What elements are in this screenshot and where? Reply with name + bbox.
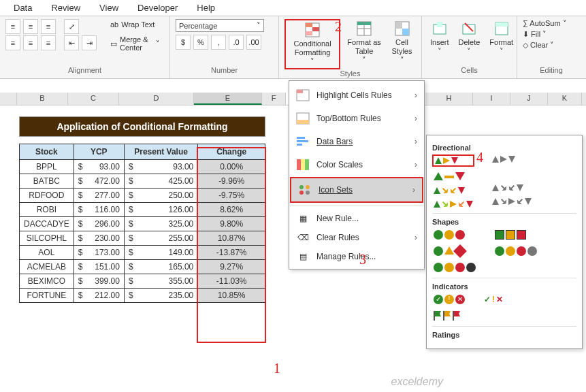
- cell-ycp: $472.00: [74, 174, 124, 189]
- tab-help[interactable]: Help: [197, 3, 215, 13]
- section-ratings: Ratings: [432, 331, 576, 339]
- format-as-table-button[interactable]: Format as Table ˅: [344, 19, 384, 67]
- iconset-3-arrows-colored[interactable]: [432, 154, 474, 167]
- menu-new-rule[interactable]: ▦New Rule...: [289, 209, 424, 228]
- col-d[interactable]: D: [119, 93, 194, 105]
- indent-inc-icon[interactable]: ⇥: [82, 35, 97, 50]
- table-row[interactable]: BPPL$93.00$93.000.00%: [20, 160, 265, 174]
- iconset-4-arrows-colored[interactable]: [432, 186, 474, 195]
- cell-styles-button[interactable]: Cell Styles ˅: [388, 19, 416, 67]
- manage-rules-icon: ▤: [296, 250, 310, 263]
- table-row[interactable]: AOL$173.00$149.00-13.87%: [20, 246, 265, 260]
- cell-change: -9.96%: [198, 174, 265, 189]
- autosum-button[interactable]: ∑ AutoSum ˅: [523, 19, 580, 28]
- group-alignment-label: Alignment: [5, 66, 164, 76]
- col-j[interactable]: J: [510, 93, 548, 105]
- callout-1: 1: [274, 361, 280, 376]
- col-c[interactable]: C: [68, 93, 119, 105]
- number-format-dropdown[interactable]: Percentage˅: [176, 19, 264, 32]
- tab-data[interactable]: Data: [14, 3, 32, 13]
- cell-pv: $425.00: [124, 174, 197, 189]
- cell-ycp: $277.00: [74, 189, 124, 203]
- table-row[interactable]: FORTUNE$212.00$235.0010.85%: [20, 289, 265, 303]
- svg-rect-10: [402, 29, 409, 35]
- iconset-3-symbols-circled[interactable]: ✓!✕: [432, 293, 466, 306]
- align-left-icon[interactable]: ≡: [5, 35, 20, 50]
- menu-tabs: Data Review View Developer Help: [0, 0, 586, 16]
- svg-rect-9: [395, 22, 402, 29]
- iconset-3-flags[interactable]: [432, 310, 466, 322]
- align-bottom-icon[interactable]: ≡: [41, 19, 56, 34]
- svg-rect-3: [306, 31, 312, 35]
- indent-dec-icon[interactable]: ⇤: [64, 35, 79, 50]
- svg-rect-13: [463, 24, 475, 34]
- table-row[interactable]: DACCADYE$296.00$325.009.80%: [20, 217, 265, 231]
- col-f[interactable]: F: [262, 93, 286, 105]
- iconset-3-arrows-gray[interactable]: [491, 154, 533, 164]
- cell-stock: RDFOOD: [20, 189, 74, 203]
- sheet-title: Application of Conditional Formatting: [19, 116, 265, 137]
- align-center-icon[interactable]: ≡: [23, 35, 38, 50]
- menu-data-bars[interactable]: Data Bars›: [289, 130, 424, 153]
- currency-icon[interactable]: $: [176, 35, 191, 50]
- table-row[interactable]: BEXIMCO$399.00$355.00-11.03%: [20, 274, 265, 289]
- tab-view[interactable]: View: [99, 3, 118, 13]
- comma-icon[interactable]: ,: [211, 35, 226, 50]
- menu-highlight-cells-rules[interactable]: Highlight Cells Rules›: [289, 84, 424, 107]
- menu-color-scales[interactable]: Color Scales›: [289, 153, 424, 176]
- icon-sets-flyout: Directional: [426, 135, 583, 349]
- iconset-red-to-black[interactable]: [493, 245, 538, 257]
- merge-center-button[interactable]: ▭Merge & Center ˅: [106, 34, 164, 53]
- percent-icon[interactable]: %: [193, 35, 208, 50]
- orientation-icon[interactable]: ⤢: [64, 19, 79, 34]
- col-h[interactable]: H: [425, 93, 473, 105]
- col-k[interactable]: K: [548, 93, 582, 105]
- iconset-5-arrows-gray[interactable]: [491, 197, 533, 206]
- svg-point-28: [306, 185, 310, 189]
- iconset-4-traffic-lights[interactable]: [432, 261, 477, 274]
- svg-point-30: [306, 191, 310, 195]
- tab-review[interactable]: Review: [51, 3, 80, 13]
- table-row[interactable]: BATBC$472.00$425.00-9.96%: [20, 174, 265, 189]
- col-i[interactable]: I: [473, 93, 510, 105]
- menu-top-bottom-rules[interactable]: Top/Bottom Rules›: [289, 107, 424, 130]
- table-row[interactable]: RDFOOD$277.00$250.00-9.75%: [20, 189, 265, 203]
- conditional-formatting-button[interactable]: Conditional Formatting ˅: [284, 19, 340, 69]
- clear-button[interactable]: ◇ Clear ˅: [523, 41, 580, 50]
- tab-developer[interactable]: Developer: [137, 3, 178, 13]
- delete-button[interactable]: Delete ˅: [456, 19, 483, 57]
- cell-ycp: $399.00: [74, 274, 124, 289]
- callout-2: 2: [335, 19, 342, 35]
- col-b[interactable]: B: [17, 93, 68, 105]
- wrap-text-button[interactable]: abWrap Text: [106, 19, 164, 30]
- align-right-icon[interactable]: ≡: [41, 35, 56, 50]
- svg-point-29: [299, 191, 304, 195]
- col-e[interactable]: E: [194, 93, 262, 105]
- iconset-4-arrows-gray[interactable]: [491, 183, 533, 193]
- align-top-icon[interactable]: ≡: [5, 19, 20, 34]
- data-bars-icon: [296, 135, 310, 148]
- header-change: Change: [198, 144, 265, 160]
- iconset-3-traffic-lights-rimmed[interactable]: [493, 229, 538, 241]
- iconset-3-triangles[interactable]: [432, 171, 474, 182]
- iconset-5-arrows-colored[interactable]: [432, 199, 474, 209]
- table-row[interactable]: ROBI$116.00$126.008.62%: [20, 203, 265, 217]
- ribbon: ≡ ≡ ≡ ≡ ≡ ≡ ⤢ ⇤ ⇥ abW: [0, 16, 586, 79]
- dec-decimal-icon[interactable]: .00: [246, 35, 261, 50]
- cell-pv: $255.00: [124, 231, 197, 246]
- menu-clear-rules[interactable]: ⌫Clear Rules›: [289, 228, 424, 247]
- iconset-3-symbols[interactable]: ✓!✕: [483, 293, 504, 306]
- menu-manage-rules[interactable]: ▤Manage Rules...: [289, 247, 424, 266]
- iconset-3-traffic-lights[interactable]: [432, 229, 477, 241]
- table-row[interactable]: ACMELAB$151.00$165.009.27%: [20, 260, 265, 274]
- table-row[interactable]: SILCOPHL$230.00$255.0010.87%: [20, 231, 265, 246]
- menu-icon-sets[interactable]: Icon Sets›: [290, 177, 423, 203]
- iconset-3-signs[interactable]: [432, 245, 477, 257]
- inc-decimal-icon[interactable]: .0: [229, 35, 244, 50]
- cell-ycp: $93.00: [74, 160, 124, 174]
- align-middle-icon[interactable]: ≡: [23, 19, 38, 34]
- fill-button[interactable]: ⬇ Fill ˅: [523, 30, 580, 39]
- insert-button[interactable]: Insert ˅: [427, 19, 452, 57]
- cell-stock: BPPL: [20, 160, 74, 174]
- format-button[interactable]: Format ˅: [487, 19, 516, 57]
